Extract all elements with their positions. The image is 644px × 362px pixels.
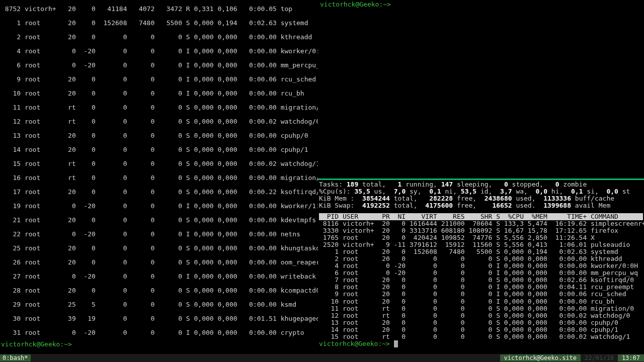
process-row: 30 root 39 19 0 0 0 S 0,000 0,000 0:01.5… xyxy=(1,312,317,326)
process-row: 22 root 0 -20 0 0 0 I 0,000 0,000 0:00.0… xyxy=(1,227,317,241)
status-window[interactable]: 0:bash* xyxy=(0,354,31,362)
shell-prompt: victorhck@Geeko:~> xyxy=(320,1,391,8)
right-top-terminal-pane[interactable]: victorhck@Geeko:~> xyxy=(318,0,644,178)
process-row: 15 root rt 0 0 0 0 S 0,000 0,000 0:00.02… xyxy=(319,333,643,340)
status-host: victorhck@Geeko.site xyxy=(500,354,581,362)
top-summary-tasks: Tasks: 189 total, 1 running, 147 sleepin… xyxy=(319,181,643,188)
process-row: 9 root 20 0 0 0 0 I 0,000 0,000 0:00.06 … xyxy=(319,291,643,298)
process-row: 4 root 0 -20 0 0 0 I 0,000 0,000 0:00.00… xyxy=(1,44,317,58)
process-row: 6 root 0 -20 0 0 0 I 0,000 0,000 0:00.00… xyxy=(319,269,643,277)
top-summary-mem: KiB Mem : 3854244 total, 282228 free, 24… xyxy=(319,195,643,202)
process-row: 4 root 0 -20 0 0 0 I 0,000 0,000 0:00.00… xyxy=(319,262,643,269)
status-date: 22/01/18 xyxy=(581,354,618,362)
left-terminal-pane[interactable]: 8752 victorh+ 20 0 41184 4072 3472 R 0,3… xyxy=(0,0,318,354)
process-row: 1 root 20 0 152608 7480 5500 S 0,000 0,1… xyxy=(319,248,643,255)
process-row: 10 root 20 0 0 0 0 I 0,000 0,000 0:00.00… xyxy=(1,86,317,101)
tmux-statusbar: 0:bash* victorhck@Geeko.site 22/01/18 13… xyxy=(0,354,644,362)
process-row: 3330 victorh+ 20 0 3313716 608180 108092… xyxy=(319,227,643,234)
process-row: 1765 root 20 0 420424 109852 74776 S 5,5… xyxy=(319,234,643,241)
process-row: 2 root 20 0 0 0 0 S 0,000 0,000 0:00.00 … xyxy=(319,255,643,262)
process-row: 28 root 20 0 0 0 0 S 0,000 0,000 0:00.00… xyxy=(1,284,317,298)
shell-prompt: victorhck@Geeko:~> xyxy=(319,340,390,347)
cursor-icon xyxy=(394,340,398,347)
process-row: 12 root rt 0 0 0 0 S 0,000 0,000 0:00.02… xyxy=(1,115,317,129)
process-row: 6 root 0 -20 0 0 0 I 0,000 0,000 0:00.00… xyxy=(1,58,317,72)
status-time: 13:07 xyxy=(618,354,644,362)
process-row: 17 root 20 0 0 0 0 S 0,000 0,000 0:00.22… xyxy=(1,185,317,199)
process-row: 14 root 20 0 0 0 0 S 0,000 0,000 0:00.00… xyxy=(319,326,643,333)
process-row: 1 root 20 0 152608 7480 5500 S 0,000 0,1… xyxy=(1,16,317,30)
shell-prompt: victorhck@Geeko:~> xyxy=(1,340,72,348)
process-row: 8116 victorh+ 20 0 1616444 211000 70604 … xyxy=(319,220,643,227)
right-bottom-terminal-pane[interactable]: Tasks: 189 total, 1 running, 147 sleepin… xyxy=(318,180,644,354)
process-row: 9 root 20 0 0 0 0 I 0,000 0,000 0:00.06 … xyxy=(1,72,317,86)
process-row: 7 root 20 0 0 0 0 S 0,000 0,000 0:02.66 … xyxy=(319,277,643,284)
top-summary-swap: KiB Swap: 4192252 total, 4175600 free, 1… xyxy=(319,202,643,209)
process-row: 16 root rt 0 0 0 0 S 0,000 0,000 0:00.00… xyxy=(1,171,317,185)
process-row: 15 root rt 0 0 0 0 S 0,000 0,000 0:00.02… xyxy=(1,157,317,171)
process-row: 14 root 20 0 0 0 0 S 0,000 0,000 0:00.00… xyxy=(1,143,317,157)
process-row: 19 root 0 -20 0 0 0 I 0,000 0,000 0:00.0… xyxy=(1,199,317,213)
process-row: 26 root 20 0 0 0 0 S 0,000 0,000 0:00.00… xyxy=(1,255,317,269)
process-row: 29 root 25 5 0 0 0 S 0,000 0,000 0:00.00… xyxy=(1,298,317,312)
process-row: 11 root rt 0 0 0 0 S 0,000 0,000 0:00.00… xyxy=(1,101,317,115)
top-summary-cpu: %Cpu(s): 35,5 us, 7,0 sy, 0,1 ni, 53,5 i… xyxy=(319,188,643,195)
process-table-header: PID USER PR NI VIRT RES SHR S %CPU %MEM … xyxy=(319,213,643,220)
process-row: 2 root 20 0 0 0 0 S 0,000 0,000 0:00.00 … xyxy=(1,30,317,44)
process-row: 13 root 20 0 0 0 0 S 0,000 0,000 0:00.00… xyxy=(1,129,317,143)
process-row: 25 root 20 0 0 0 0 S 0,000 0,000 0:00.00… xyxy=(1,241,317,255)
process-row: 31 root 0 -20 0 0 0 I 0,000 0,000 0:00.0… xyxy=(1,326,317,340)
process-row: 2520 victorh+ 9 -11 3791612 15912 11560 … xyxy=(319,241,643,248)
process-row: 12 root rt 0 0 0 0 S 0,000 0,000 0:00.02… xyxy=(319,312,643,319)
process-row: 8752 victorh+ 20 0 41184 4072 3472 R 0,3… xyxy=(1,2,317,16)
process-row: 8 root 20 0 0 0 0 I 0,000 0,000 0:04.11 … xyxy=(319,284,643,291)
process-row: 10 root 20 0 0 0 0 I 0,000 0,000 0:00.00… xyxy=(319,298,643,305)
process-row: 21 root 20 0 0 0 0 S 0,000 0,000 0:00.00… xyxy=(1,213,317,227)
process-row: 11 root rt 0 0 0 0 S 0,000 0,000 0:00.00… xyxy=(319,305,643,312)
process-row: 13 root 20 0 0 0 0 S 0,000 0,000 0:00.00… xyxy=(319,319,643,326)
process-row: 27 root 0 -20 0 0 0 I 0,000 0,000 0:00.0… xyxy=(1,269,317,284)
